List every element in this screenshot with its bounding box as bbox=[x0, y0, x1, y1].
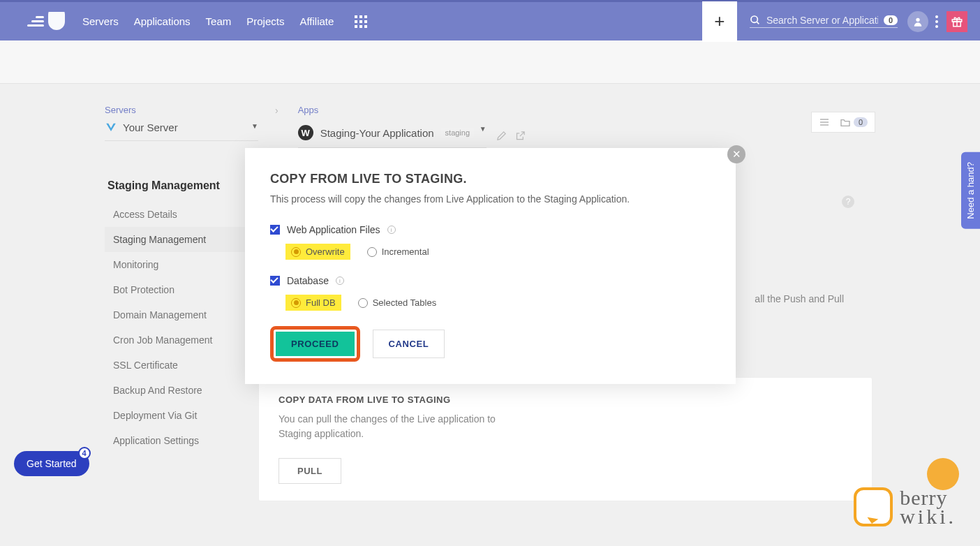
sidebar-item-application-settings[interactable]: Application Settings bbox=[105, 428, 258, 453]
panel-title: COPY DATA FROM LIVE TO STAGING bbox=[279, 394, 852, 405]
brand-line2: wiki. bbox=[900, 507, 956, 526]
radio-incremental[interactable]: Incremental bbox=[362, 244, 435, 260]
radio-selected-tables[interactable]: Selected Tables bbox=[352, 295, 443, 311]
search-wrap: 0 bbox=[750, 15, 898, 28]
chat-bubble-icon[interactable] bbox=[854, 487, 893, 526]
label-database: Database bbox=[287, 275, 329, 286]
option-database: Database i Full DB Selected Tables bbox=[270, 275, 711, 311]
sidebar-item-ssl-certificate[interactable]: SSL Certificate bbox=[105, 353, 258, 378]
copy-data-panel: COPY DATA FROM LIVE TO STAGING You can p… bbox=[258, 377, 873, 501]
nav-links: Servers Applications Team Projects Affil… bbox=[82, 15, 334, 27]
proceed-highlight: PROCEED bbox=[270, 326, 360, 362]
info-icon[interactable]: i bbox=[336, 276, 344, 285]
checkbox-database[interactable] bbox=[270, 276, 280, 286]
gift-icon[interactable] bbox=[946, 11, 967, 32]
top-nav: Servers Applications Team Projects Affil… bbox=[0, 0, 980, 40]
panel-desc: You can pull the changes of the Live app… bbox=[279, 412, 530, 441]
nav-team[interactable]: Team bbox=[206, 15, 232, 27]
sidebar-item-staging-management[interactable]: Staging Management bbox=[105, 227, 258, 252]
svg-rect-2 bbox=[36, 16, 44, 18]
svg-line-4 bbox=[757, 22, 759, 24]
sidebar-item-bot-protection[interactable]: Bot Protection bbox=[105, 277, 258, 302]
brand-watermark: berry wiki. bbox=[854, 487, 956, 526]
search-input[interactable] bbox=[766, 15, 878, 26]
server-name: Your Server bbox=[123, 121, 178, 133]
left-column: Servers Your Server ▼ Staging Management… bbox=[105, 105, 258, 453]
list-icon[interactable] bbox=[819, 117, 830, 128]
app-name: Staging-Your Application bbox=[320, 127, 434, 139]
brand-line1: berry bbox=[900, 488, 956, 507]
nav-applications[interactable]: Applications bbox=[134, 15, 191, 27]
sidebar-item-cron-job[interactable]: Cron Job Management bbox=[105, 327, 258, 353]
modal-desc: This process will copy the changes from … bbox=[270, 193, 711, 205]
edit-icon[interactable] bbox=[496, 131, 507, 141]
sidebar-title: Staging Management bbox=[105, 179, 258, 192]
nav-affiliate[interactable]: Affiliate bbox=[299, 15, 334, 27]
breadcrumb-apps-label: Apps bbox=[298, 105, 875, 115]
search-badge: 0 bbox=[884, 15, 898, 25]
vultr-icon bbox=[105, 121, 117, 133]
sidebar-item-domain-management[interactable]: Domain Management bbox=[105, 302, 258, 327]
proceed-button[interactable]: PROCEED bbox=[276, 332, 355, 356]
get-started-count: 4 bbox=[78, 447, 91, 459]
kebab-menu-icon[interactable] bbox=[935, 15, 938, 28]
modal-title: COPY FROM LIVE TO STAGING. bbox=[270, 172, 711, 186]
wordpress-icon: W bbox=[298, 125, 313, 140]
sidebar: Access Details Staging Management Monito… bbox=[105, 202, 258, 453]
get-started-button[interactable]: Get Started 4 bbox=[14, 451, 89, 476]
nav-projects[interactable]: Projects bbox=[246, 15, 284, 27]
copy-modal: ✕ COPY FROM LIVE TO STAGING. This proces… bbox=[245, 148, 736, 384]
svg-point-3 bbox=[751, 16, 757, 22]
sub-header bbox=[0, 40, 980, 84]
logo[interactable] bbox=[27, 9, 68, 34]
app-tag: staging bbox=[441, 128, 474, 138]
sidebar-item-monitoring[interactable]: Monitoring⌄ bbox=[105, 252, 258, 277]
search-icon bbox=[750, 15, 761, 26]
apps-grid-icon[interactable] bbox=[355, 15, 367, 28]
breadcrumb-servers-label: Servers bbox=[105, 105, 258, 115]
view-toggle: 0 bbox=[811, 112, 875, 133]
label-web-files: Web Application Files bbox=[287, 224, 380, 235]
radio-full-db[interactable]: Full DB bbox=[285, 295, 341, 311]
info-icon[interactable]: i bbox=[387, 226, 396, 234]
help-icon[interactable]: ? bbox=[842, 195, 854, 208]
external-link-icon[interactable] bbox=[515, 131, 526, 141]
right-column: Apps W Staging-Your Application staging … bbox=[298, 105, 875, 148]
sidebar-item-access-details[interactable]: Access Details bbox=[105, 202, 258, 227]
app-selector[interactable]: W Staging-Your Application staging ▼ bbox=[298, 125, 487, 148]
close-icon[interactable]: ✕ bbox=[727, 145, 745, 163]
need-a-hand-tab[interactable]: Need a hand? bbox=[961, 152, 980, 229]
server-selector[interactable]: Your Server ▼ bbox=[105, 121, 258, 141]
cancel-button[interactable]: CANCEL bbox=[373, 330, 445, 358]
checkbox-web-files[interactable] bbox=[270, 225, 280, 235]
pull-button[interactable]: PULL bbox=[279, 458, 341, 484]
avatar[interactable] bbox=[907, 11, 928, 32]
radio-overwrite[interactable]: Overwrite bbox=[285, 244, 350, 260]
svg-point-5 bbox=[916, 17, 919, 21]
folder-icon[interactable] bbox=[840, 117, 851, 128]
svg-rect-1 bbox=[31, 20, 44, 22]
add-button[interactable]: + bbox=[702, 1, 737, 42]
bg-logs-text: all the Push and Pull bbox=[755, 293, 844, 304]
sidebar-item-deployment-git[interactable]: Deployment Via Git bbox=[105, 403, 258, 428]
sidebar-item-backup-restore[interactable]: Backup And Restore bbox=[105, 378, 258, 403]
caret-down-icon: ▼ bbox=[251, 122, 258, 130]
folder-badge: 0 bbox=[854, 117, 868, 127]
chevron-right-icon: › bbox=[275, 105, 279, 123]
caret-down-icon: ▼ bbox=[480, 125, 487, 133]
option-web-files: Web Application Files i Overwrite Increm… bbox=[270, 224, 711, 260]
svg-rect-0 bbox=[27, 24, 44, 27]
nav-servers[interactable]: Servers bbox=[82, 15, 119, 27]
